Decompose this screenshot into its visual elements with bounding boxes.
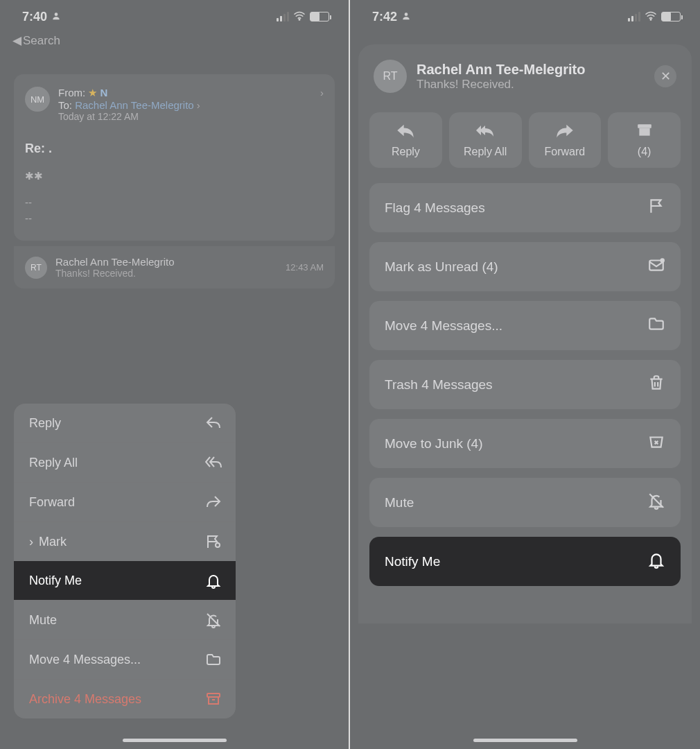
folder-icon [205,651,222,668]
action-label: (4) [638,146,651,158]
svg-rect-7 [642,130,647,132]
reply-all-icon [475,122,495,141]
action-move-messages[interactable]: Move 4 Messages... [369,301,681,350]
bell-off-icon [647,492,665,513]
signal-icon [277,12,289,21]
action-notify-me[interactable]: Notify Me [369,537,681,586]
from-name: N [100,87,108,98]
action-label: Mute [385,495,414,510]
battery-icon [310,12,329,21]
bell-icon [647,551,665,572]
menu-label: Notify Me [29,574,82,588]
menu-label: Reply All [29,456,78,470]
bell-off-icon [205,612,222,628]
status-bar: 7:40 [0,0,349,33]
forward-icon [555,122,575,141]
action-mark-unread[interactable]: Mark as Unread (4) [369,242,681,291]
chevron-left-icon: ◀ [12,33,21,48]
svg-point-0 [55,12,58,16]
to-label: To: [58,99,72,111]
svg-point-4 [405,12,408,16]
svg-point-1 [299,19,300,20]
menu-label: Move 4 Messages... [29,653,141,667]
action-label: Mark as Unread (4) [385,259,498,275]
menu-notify-me[interactable]: Notify Me [14,561,236,600]
right-screenshot: 7:42 RT Rachel Ann Tee-Melegrito Thanks!… [350,0,700,749]
action-label: Move 4 Messages... [385,318,502,334]
action-sheet: RT Rachel Ann Tee-Melegrito Thanks! Rece… [358,44,692,623]
back-button[interactable]: ◀ Search [0,33,349,53]
home-indicator[interactable] [123,739,227,742]
svg-point-5 [650,19,651,20]
action-label: Move to Junk (4) [385,436,483,451]
contact-subtitle: Thanks! Received. [417,78,654,92]
chevron-right-icon: › [197,99,200,111]
envelope-icon [647,256,665,277]
svg-point-2 [216,543,220,547]
menu-mark[interactable]: › Mark [14,522,236,561]
action-label: Reply [392,146,420,158]
action-move-to-junk[interactable]: Move to Junk (4) [369,419,681,468]
menu-label: Mark [39,535,67,549]
action-reply-all[interactable]: Reply All [449,112,522,168]
thread-sender: Rachel Ann Tee-Melegrito [55,256,286,268]
menu-reply[interactable]: Reply [14,404,236,442]
menu-forward[interactable]: Forward [14,482,236,522]
action-trash-messages[interactable]: Trash 4 Messages [369,360,681,409]
contact-name: Rachel Ann Tee-Melegrito [417,62,654,78]
to-name: Rachel Ann Tee-Melegrito [75,99,194,111]
context-menu: Reply Reply All Forward › Mark Notify Me… [14,404,236,718]
status-bar: 7:42 [350,0,700,33]
home-indicator[interactable] [473,739,577,742]
action-label: Trash 4 Messages [385,377,493,393]
action-label: Notify Me [385,554,440,569]
email-date: Today at 12:22 AM [58,111,324,122]
email-body-preview: -- [25,212,324,224]
battery-icon [661,12,681,21]
close-icon: ✕ [660,69,671,84]
action-flag[interactable]: Flag 4 Messages [369,183,681,232]
chevron-right-icon: › [29,535,33,549]
action-forward[interactable]: Forward [529,112,602,168]
wifi-icon [645,10,657,24]
action-reply[interactable]: Reply [369,112,442,168]
email-card[interactable]: NM From: ★ N To: Rachel Ann Tee-Melegrit… [14,74,335,241]
svg-point-9 [660,258,665,263]
thread-avatar: RT [25,257,47,279]
vip-star-icon: ★ [88,87,97,98]
action-label: Reply All [464,146,507,158]
status-time: 7:40 [22,10,47,24]
folder-icon [647,315,665,336]
chevron-right-icon: › [320,87,324,98]
menu-label: Archive 4 Messages [29,692,141,707]
reply-all-icon [205,454,222,471]
thread-reply-item[interactable]: RT Rachel Ann Tee-Melegrito Thanks! Rece… [14,246,335,289]
bell-icon [205,572,222,589]
archive-icon [205,691,222,707]
action-mute[interactable]: Mute [369,478,681,527]
menu-label: Forward [29,495,75,510]
action-label: Forward [545,146,586,158]
action-archive[interactable]: (4) [608,112,681,168]
action-label: Flag 4 Messages [385,200,485,216]
email-body-preview: ✱✱ [25,170,324,182]
menu-move-messages[interactable]: Move 4 Messages... [14,639,236,679]
menu-archive-messages[interactable]: Archive 4 Messages [14,679,236,718]
signal-icon [628,12,640,21]
menu-label: Mute [29,613,57,628]
reply-icon [205,415,222,431]
flag-icon [205,533,222,550]
archive-icon [635,122,654,141]
menu-mute[interactable]: Mute [14,600,236,639]
forward-icon [205,494,222,510]
trash-icon [647,374,665,395]
email-subject: Re: . [25,141,324,156]
left-screenshot: 7:40 ◀ Search NM From: ★ N To: [0,0,350,749]
flag-icon [647,197,665,218]
menu-label: Reply [29,416,61,431]
svg-rect-3 [207,694,220,697]
close-button[interactable]: ✕ [654,65,676,87]
menu-reply-all[interactable]: Reply All [14,442,236,482]
email-body-preview: -- [25,196,324,208]
location-person-icon [51,10,61,24]
